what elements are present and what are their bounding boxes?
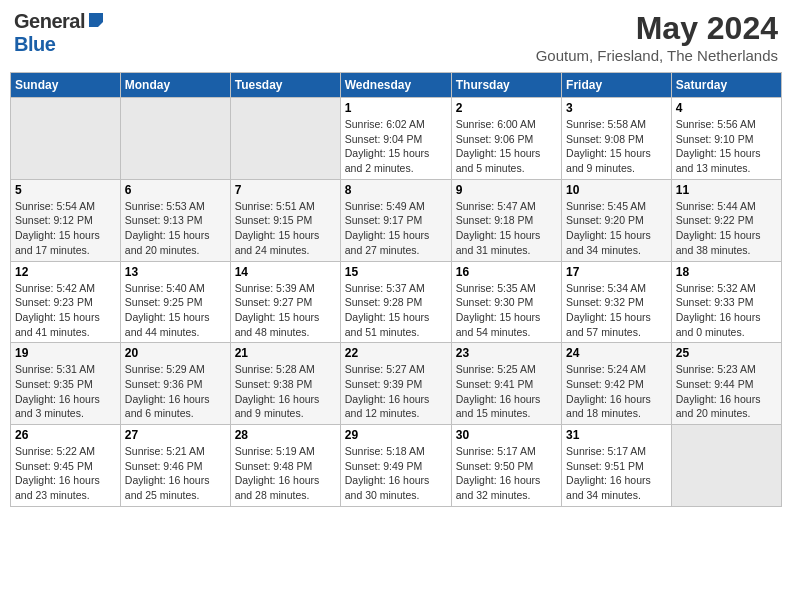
day-number: 25 bbox=[676, 346, 777, 360]
svg-marker-0 bbox=[89, 13, 103, 27]
calendar-day-cell: 7Sunrise: 5:51 AM Sunset: 9:15 PM Daylig… bbox=[230, 179, 340, 261]
weekday-header: Saturday bbox=[671, 73, 781, 98]
calendar-day-cell: 5Sunrise: 5:54 AM Sunset: 9:12 PM Daylig… bbox=[11, 179, 121, 261]
day-number: 21 bbox=[235, 346, 336, 360]
logo-blue: Blue bbox=[14, 33, 55, 56]
day-info: Sunrise: 5:22 AM Sunset: 9:45 PM Dayligh… bbox=[15, 444, 116, 503]
day-info: Sunrise: 5:28 AM Sunset: 9:38 PM Dayligh… bbox=[235, 362, 336, 421]
calendar-day-cell bbox=[671, 425, 781, 507]
day-info: Sunrise: 5:24 AM Sunset: 9:42 PM Dayligh… bbox=[566, 362, 667, 421]
calendar-day-cell: 22Sunrise: 5:27 AM Sunset: 9:39 PM Dayli… bbox=[340, 343, 451, 425]
day-info: Sunrise: 5:21 AM Sunset: 9:46 PM Dayligh… bbox=[125, 444, 226, 503]
day-info: Sunrise: 5:17 AM Sunset: 9:51 PM Dayligh… bbox=[566, 444, 667, 503]
calendar-week-row: 12Sunrise: 5:42 AM Sunset: 9:23 PM Dayli… bbox=[11, 261, 782, 343]
calendar-day-cell: 9Sunrise: 5:47 AM Sunset: 9:18 PM Daylig… bbox=[451, 179, 561, 261]
calendar-day-cell: 28Sunrise: 5:19 AM Sunset: 9:48 PM Dayli… bbox=[230, 425, 340, 507]
day-number: 5 bbox=[15, 183, 116, 197]
day-info: Sunrise: 5:23 AM Sunset: 9:44 PM Dayligh… bbox=[676, 362, 777, 421]
day-number: 7 bbox=[235, 183, 336, 197]
day-number: 10 bbox=[566, 183, 667, 197]
calendar-day-cell: 20Sunrise: 5:29 AM Sunset: 9:36 PM Dayli… bbox=[120, 343, 230, 425]
weekday-header-row: SundayMondayTuesdayWednesdayThursdayFrid… bbox=[11, 73, 782, 98]
month-year-title: May 2024 bbox=[536, 10, 778, 47]
day-number: 11 bbox=[676, 183, 777, 197]
day-info: Sunrise: 5:19 AM Sunset: 9:48 PM Dayligh… bbox=[235, 444, 336, 503]
calendar-day-cell: 15Sunrise: 5:37 AM Sunset: 9:28 PM Dayli… bbox=[340, 261, 451, 343]
calendar-day-cell: 19Sunrise: 5:31 AM Sunset: 9:35 PM Dayli… bbox=[11, 343, 121, 425]
calendar-day-cell: 6Sunrise: 5:53 AM Sunset: 9:13 PM Daylig… bbox=[120, 179, 230, 261]
day-info: Sunrise: 5:45 AM Sunset: 9:20 PM Dayligh… bbox=[566, 199, 667, 258]
calendar-week-row: 19Sunrise: 5:31 AM Sunset: 9:35 PM Dayli… bbox=[11, 343, 782, 425]
calendar-day-cell: 18Sunrise: 5:32 AM Sunset: 9:33 PM Dayli… bbox=[671, 261, 781, 343]
calendar-day-cell: 23Sunrise: 5:25 AM Sunset: 9:41 PM Dayli… bbox=[451, 343, 561, 425]
calendar-day-cell: 30Sunrise: 5:17 AM Sunset: 9:50 PM Dayli… bbox=[451, 425, 561, 507]
day-info: Sunrise: 5:17 AM Sunset: 9:50 PM Dayligh… bbox=[456, 444, 557, 503]
day-info: Sunrise: 5:32 AM Sunset: 9:33 PM Dayligh… bbox=[676, 281, 777, 340]
day-info: Sunrise: 5:42 AM Sunset: 9:23 PM Dayligh… bbox=[15, 281, 116, 340]
calendar-week-row: 26Sunrise: 5:22 AM Sunset: 9:45 PM Dayli… bbox=[11, 425, 782, 507]
day-info: Sunrise: 5:27 AM Sunset: 9:39 PM Dayligh… bbox=[345, 362, 447, 421]
calendar-day-cell: 25Sunrise: 5:23 AM Sunset: 9:44 PM Dayli… bbox=[671, 343, 781, 425]
day-info: Sunrise: 5:44 AM Sunset: 9:22 PM Dayligh… bbox=[676, 199, 777, 258]
day-number: 8 bbox=[345, 183, 447, 197]
weekday-header: Thursday bbox=[451, 73, 561, 98]
day-number: 16 bbox=[456, 265, 557, 279]
calendar-day-cell: 14Sunrise: 5:39 AM Sunset: 9:27 PM Dayli… bbox=[230, 261, 340, 343]
calendar-day-cell bbox=[11, 98, 121, 180]
calendar-week-row: 5Sunrise: 5:54 AM Sunset: 9:12 PM Daylig… bbox=[11, 179, 782, 261]
calendar-day-cell: 2Sunrise: 6:00 AM Sunset: 9:06 PM Daylig… bbox=[451, 98, 561, 180]
calendar-day-cell: 24Sunrise: 5:24 AM Sunset: 9:42 PM Dayli… bbox=[562, 343, 672, 425]
day-number: 18 bbox=[676, 265, 777, 279]
calendar-table: SundayMondayTuesdayWednesdayThursdayFrid… bbox=[10, 72, 782, 507]
day-number: 17 bbox=[566, 265, 667, 279]
calendar-day-cell: 3Sunrise: 5:58 AM Sunset: 9:08 PM Daylig… bbox=[562, 98, 672, 180]
logo-icon bbox=[87, 11, 105, 29]
weekday-header: Friday bbox=[562, 73, 672, 98]
day-info: Sunrise: 6:02 AM Sunset: 9:04 PM Dayligh… bbox=[345, 117, 447, 176]
page-header: General Blue May 2024 Goutum, Friesland,… bbox=[10, 10, 782, 64]
day-number: 22 bbox=[345, 346, 447, 360]
day-info: Sunrise: 5:34 AM Sunset: 9:32 PM Dayligh… bbox=[566, 281, 667, 340]
day-number: 3 bbox=[566, 101, 667, 115]
day-info: Sunrise: 5:25 AM Sunset: 9:41 PM Dayligh… bbox=[456, 362, 557, 421]
calendar-day-cell bbox=[120, 98, 230, 180]
day-number: 14 bbox=[235, 265, 336, 279]
calendar-day-cell: 13Sunrise: 5:40 AM Sunset: 9:25 PM Dayli… bbox=[120, 261, 230, 343]
calendar-day-cell: 8Sunrise: 5:49 AM Sunset: 9:17 PM Daylig… bbox=[340, 179, 451, 261]
day-info: Sunrise: 5:54 AM Sunset: 9:12 PM Dayligh… bbox=[15, 199, 116, 258]
day-info: Sunrise: 5:39 AM Sunset: 9:27 PM Dayligh… bbox=[235, 281, 336, 340]
calendar-header: SundayMondayTuesdayWednesdayThursdayFrid… bbox=[11, 73, 782, 98]
weekday-header: Monday bbox=[120, 73, 230, 98]
calendar-day-cell: 12Sunrise: 5:42 AM Sunset: 9:23 PM Dayli… bbox=[11, 261, 121, 343]
day-number: 13 bbox=[125, 265, 226, 279]
location-subtitle: Goutum, Friesland, The Netherlands bbox=[536, 47, 778, 64]
day-number: 1 bbox=[345, 101, 447, 115]
day-number: 20 bbox=[125, 346, 226, 360]
calendar-body: 1Sunrise: 6:02 AM Sunset: 9:04 PM Daylig… bbox=[11, 98, 782, 507]
calendar-day-cell: 4Sunrise: 5:56 AM Sunset: 9:10 PM Daylig… bbox=[671, 98, 781, 180]
day-number: 2 bbox=[456, 101, 557, 115]
day-info: Sunrise: 5:58 AM Sunset: 9:08 PM Dayligh… bbox=[566, 117, 667, 176]
day-number: 28 bbox=[235, 428, 336, 442]
title-block: May 2024 Goutum, Friesland, The Netherla… bbox=[536, 10, 778, 64]
calendar-day-cell: 10Sunrise: 5:45 AM Sunset: 9:20 PM Dayli… bbox=[562, 179, 672, 261]
day-info: Sunrise: 5:53 AM Sunset: 9:13 PM Dayligh… bbox=[125, 199, 226, 258]
calendar-day-cell: 1Sunrise: 6:02 AM Sunset: 9:04 PM Daylig… bbox=[340, 98, 451, 180]
day-number: 19 bbox=[15, 346, 116, 360]
calendar-week-row: 1Sunrise: 6:02 AM Sunset: 9:04 PM Daylig… bbox=[11, 98, 782, 180]
day-info: Sunrise: 5:31 AM Sunset: 9:35 PM Dayligh… bbox=[15, 362, 116, 421]
day-info: Sunrise: 5:47 AM Sunset: 9:18 PM Dayligh… bbox=[456, 199, 557, 258]
day-number: 30 bbox=[456, 428, 557, 442]
day-info: Sunrise: 5:56 AM Sunset: 9:10 PM Dayligh… bbox=[676, 117, 777, 176]
weekday-header: Sunday bbox=[11, 73, 121, 98]
day-info: Sunrise: 5:35 AM Sunset: 9:30 PM Dayligh… bbox=[456, 281, 557, 340]
day-number: 15 bbox=[345, 265, 447, 279]
logo-general: General bbox=[14, 10, 85, 33]
day-info: Sunrise: 5:40 AM Sunset: 9:25 PM Dayligh… bbox=[125, 281, 226, 340]
day-number: 26 bbox=[15, 428, 116, 442]
day-number: 4 bbox=[676, 101, 777, 115]
calendar-day-cell bbox=[230, 98, 340, 180]
weekday-header: Tuesday bbox=[230, 73, 340, 98]
day-number: 12 bbox=[15, 265, 116, 279]
day-number: 9 bbox=[456, 183, 557, 197]
